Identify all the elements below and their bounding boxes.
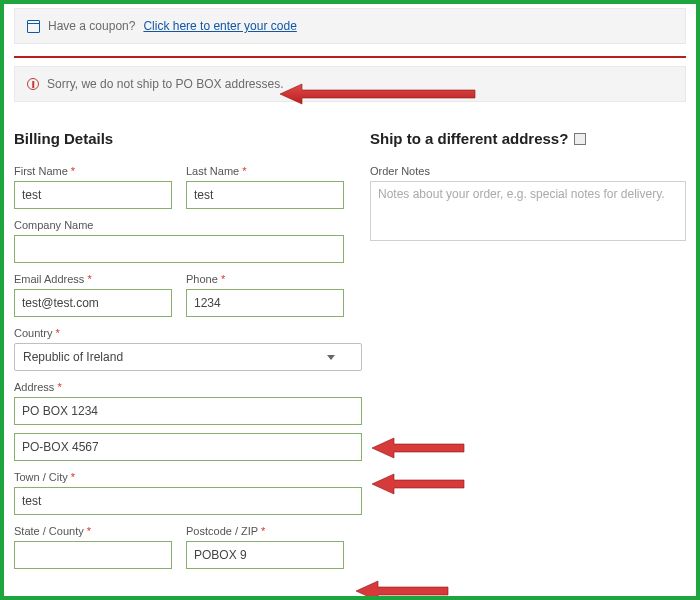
- first-name-input[interactable]: [14, 181, 172, 209]
- shipping-section: Ship to a different address? Order Notes: [370, 130, 686, 579]
- state-field: State / County *: [14, 525, 172, 569]
- country-value: Republic of Ireland: [23, 350, 123, 364]
- country-field: Country * Republic of Ireland: [14, 327, 362, 371]
- last-name-input[interactable]: [186, 181, 344, 209]
- coupon-notice: Have a coupon? Click here to enter your …: [14, 8, 686, 44]
- calendar-icon: [27, 20, 40, 33]
- city-field: Town / City *: [14, 471, 362, 515]
- phone-input[interactable]: [186, 289, 344, 317]
- order-notes-field: Order Notes: [370, 165, 686, 245]
- shipping-heading-text: Ship to a different address?: [370, 130, 568, 147]
- address-field: Address *: [14, 381, 362, 461]
- company-field: Company Name: [14, 219, 344, 263]
- email-input[interactable]: [14, 289, 172, 317]
- postcode-input[interactable]: [186, 541, 344, 569]
- phone-label: Phone *: [186, 273, 344, 285]
- error-message: Sorry, we do not ship to PO BOX addresse…: [47, 77, 284, 91]
- address-label: Address *: [14, 381, 362, 393]
- order-notes-label: Order Notes: [370, 165, 686, 177]
- order-notes-textarea[interactable]: [370, 181, 686, 241]
- error-icon: [27, 78, 39, 90]
- first-name-label: First Name *: [14, 165, 172, 177]
- address-line1-input[interactable]: [14, 397, 362, 425]
- city-label: Town / City *: [14, 471, 362, 483]
- country-label: Country *: [14, 327, 362, 339]
- error-notice: Sorry, we do not ship to PO BOX addresse…: [14, 66, 686, 102]
- shipping-heading: Ship to a different address?: [370, 130, 686, 147]
- company-label: Company Name: [14, 219, 344, 231]
- company-input[interactable]: [14, 235, 344, 263]
- postcode-field: Postcode / ZIP *: [186, 525, 344, 569]
- coupon-prompt: Have a coupon?: [48, 19, 135, 33]
- postcode-label: Postcode / ZIP *: [186, 525, 344, 537]
- city-input[interactable]: [14, 487, 362, 515]
- first-name-field: First Name *: [14, 165, 172, 209]
- email-label: Email Address *: [14, 273, 172, 285]
- last-name-field: Last Name *: [186, 165, 344, 209]
- last-name-label: Last Name *: [186, 165, 344, 177]
- email-field: Email Address *: [14, 273, 172, 317]
- address-line2-input[interactable]: [14, 433, 362, 461]
- billing-heading: Billing Details: [14, 130, 362, 147]
- state-label: State / County *: [14, 525, 172, 537]
- country-select[interactable]: Republic of Ireland: [14, 343, 362, 371]
- phone-field: Phone *: [186, 273, 344, 317]
- coupon-link[interactable]: Click here to enter your code: [143, 19, 296, 33]
- billing-details-section: Billing Details First Name * Last Name *…: [14, 130, 362, 579]
- state-input[interactable]: [14, 541, 172, 569]
- divider: [14, 56, 686, 58]
- ship-different-checkbox[interactable]: [574, 133, 586, 145]
- chevron-down-icon: [327, 355, 335, 360]
